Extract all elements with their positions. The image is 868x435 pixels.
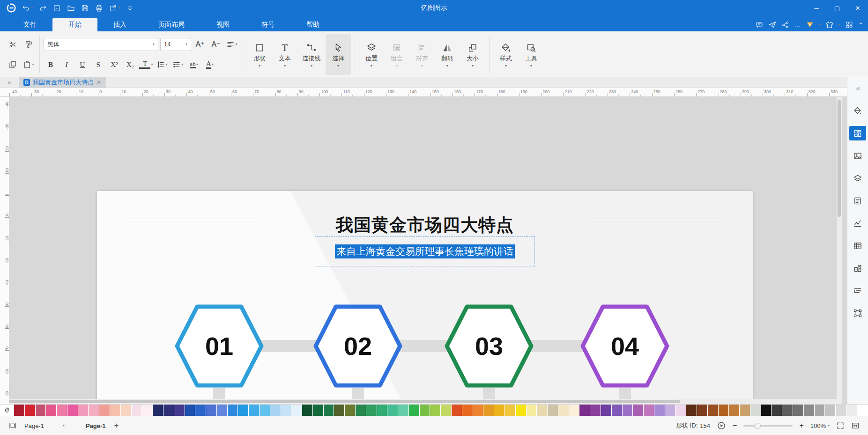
highlight-color-button[interactable]: ab▾ [187,58,201,72]
color-swatch[interactable] [462,405,473,416]
color-swatch[interactable] [516,405,526,416]
menu-tab[interactable]: 视图 [200,18,245,31]
color-swatch[interactable] [675,405,686,416]
hexagon-node[interactable]: 02 [312,303,404,389]
connector-tool-button[interactable]: 连接线▾ [297,34,326,75]
chart-icon[interactable] [849,216,866,230]
color-swatch[interactable] [217,405,227,416]
color-swatch[interactable] [14,405,24,416]
color-swatch[interactable] [420,405,430,416]
color-swatch[interactable] [302,405,312,416]
org-chart-icon[interactable] [849,261,866,275]
canvas[interactable]: 我国黄金市场四大特点 来自上海黄金交易所理事长焦瑾璞的讲话 01 02 [0,97,842,404]
color-swatch[interactable] [270,405,281,416]
hexagon-node[interactable]: 01 [173,303,265,389]
presentation-play-icon[interactable] [717,421,726,430]
color-swatch[interactable] [174,405,185,416]
color-swatch[interactable] [729,405,739,416]
italic-button[interactable]: I [59,58,74,72]
color-swatch[interactable] [537,405,547,416]
menu-tab[interactable]: 帮助 [290,18,335,31]
subscript-button[interactable]: X₂ [123,58,137,72]
color-swatch[interactable] [260,405,270,416]
page-panel-icon[interactable] [8,421,17,430]
color-swatch[interactable] [121,405,131,416]
color-swatch[interactable] [772,405,782,416]
color-swatch[interactable] [590,405,601,416]
outline-icon[interactable] [849,283,866,298]
color-swatch[interactable] [804,405,814,416]
layers-icon[interactable] [849,171,866,185]
color-swatch[interactable] [409,405,419,416]
color-swatch[interactable] [281,405,291,416]
select-tool-button[interactable]: 选择▾ [326,34,351,75]
bold-button[interactable]: B [44,58,58,72]
color-swatch[interactable] [761,405,772,416]
color-swatch[interactable] [623,405,633,416]
color-swatch[interactable] [548,405,558,416]
color-swatch[interactable] [36,405,46,416]
fullscreen-icon[interactable] [836,421,845,430]
color-swatch[interactable] [153,405,163,416]
color-swatch[interactable] [249,405,259,416]
cut-button[interactable] [6,37,20,52]
color-swatch[interactable] [654,405,665,416]
menu-tab[interactable]: 开始 [52,18,97,31]
minimize-button[interactable]: ─ [806,0,827,16]
color-swatch[interactable] [473,405,483,416]
collapse-panel-icon[interactable]: « [849,81,866,96]
font-color-button[interactable]: A▾ [203,58,217,72]
menu-tab[interactable]: 文件 [7,18,52,31]
close-tab-icon[interactable]: ✕ [96,79,101,86]
color-swatch[interactable] [334,405,344,416]
vip-dropdown-caret[interactable]: ▾ [819,23,821,27]
increase-font-button[interactable]: A⁺ [193,37,207,52]
text-style-button[interactable]: T▾ [139,58,153,72]
color-swatch[interactable] [57,405,67,416]
more-tabs-icon[interactable]: » [0,79,19,86]
color-swatch[interactable] [601,405,611,416]
color-swatch[interactable] [228,405,238,416]
color-swatch[interactable] [697,405,707,416]
color-swatch[interactable] [132,405,142,416]
theme-icon[interactable] [825,21,834,29]
no-fill-icon[interactable] [0,405,14,416]
feedback-icon[interactable] [755,21,764,29]
collapse-ribbon-icon[interactable]: ⌃ [858,22,863,29]
menu-tab[interactable]: 插入 [97,18,142,31]
zoom-slider[interactable] [743,425,793,427]
vip-badge-icon[interactable] [806,21,814,29]
table-icon[interactable] [849,238,866,253]
color-swatch[interactable] [195,405,206,416]
maximize-button[interactable]: ▢ [827,0,847,16]
color-swatch[interactable] [163,405,174,416]
color-swatch[interactable] [579,405,590,416]
color-swatch[interactable] [612,405,622,416]
color-swatch[interactable] [238,405,248,416]
color-swatch[interactable] [206,405,216,416]
color-swatch[interactable] [815,405,825,416]
fit-width-icon[interactable] [851,421,860,430]
zoom-slider-knob[interactable] [755,423,761,429]
color-swatch[interactable] [366,405,377,416]
bullet-list-button[interactable]: ▾ [171,58,185,72]
line-spacing-button[interactable]: ▾ [155,58,169,72]
page-selector[interactable]: Page-1▾ [21,420,68,431]
paste-button[interactable]: ▾ [22,58,36,72]
page[interactable]: 我国黄金市场四大特点 来自上海黄金交易所理事长焦瑾璞的讲话 01 02 [97,191,753,404]
color-swatch[interactable] [46,405,56,416]
paste-dropdown-caret[interactable]: ▾ [32,63,34,66]
color-swatch[interactable] [633,405,643,416]
color-swatch[interactable] [708,405,718,416]
document-tab[interactable]: D 我国黄金市场四大特点 ✕ [19,77,106,88]
share-icon[interactable] [781,21,790,29]
zoom-out-button[interactable]: − [733,421,737,430]
color-swatch[interactable] [110,405,120,416]
active-page-tab[interactable]: Page-1 [86,422,106,429]
overflow-icon[interactable]: … [794,22,801,29]
vertical-scrollbar[interactable] [837,97,842,399]
flip-button[interactable]: 翻转▾ [435,34,460,75]
color-swatch[interactable] [740,405,750,416]
color-swatch[interactable] [25,405,35,416]
color-swatch[interactable] [558,405,569,416]
